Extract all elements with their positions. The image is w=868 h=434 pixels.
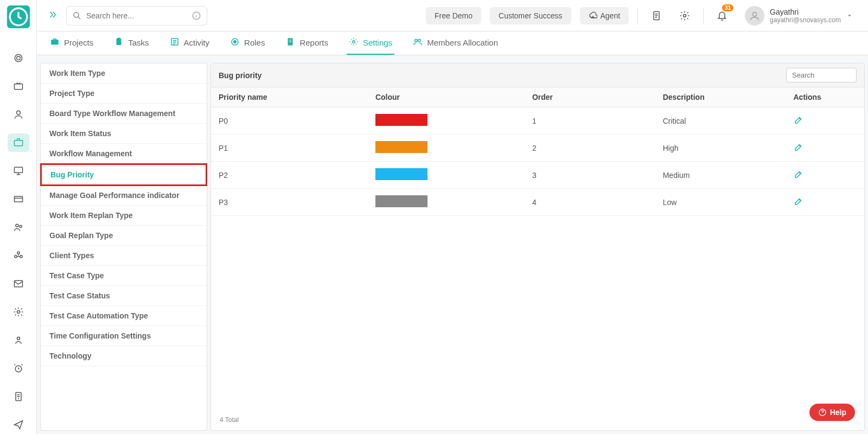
cell-colour <box>368 107 525 135</box>
rail-item-dashboard[interactable] <box>8 49 29 67</box>
cell-name: P2 <box>211 162 368 189</box>
settings-item-test-case-automation-type[interactable]: Test Case Automation Type <box>41 306 207 326</box>
report-icon <box>285 37 295 47</box>
settings-item-test-case-type[interactable]: Test Case Type <box>41 266 207 286</box>
cell-actions <box>786 162 865 189</box>
rail-item-projects[interactable] <box>8 133 29 152</box>
settings-item-technology[interactable]: Technology <box>41 346 207 366</box>
settings-item-goal-replan-type[interactable]: Goal Replan Type <box>41 226 207 246</box>
cell-name: P0 <box>211 107 368 135</box>
tab-tasks[interactable]: Tasks <box>112 31 151 55</box>
rail-item-team[interactable] <box>8 246 29 265</box>
tv-icon <box>13 81 24 92</box>
color-swatch <box>375 168 427 180</box>
card-icon <box>13 194 24 205</box>
rail-item-send[interactable] <box>8 416 29 434</box>
col-colour: Colour <box>368 87 525 107</box>
settings-item-work-item-replan-type[interactable]: Work Item Replan Type <box>41 206 207 226</box>
rail-item-invoice[interactable] <box>8 387 29 406</box>
cell-description: Critical <box>655 107 786 135</box>
rail-item-mail[interactable] <box>8 275 29 293</box>
notifications-button[interactable]: 31 <box>712 6 732 25</box>
main-nav: Projects Tasks Activity Roles Reports Se… <box>37 31 868 55</box>
panel-search[interactable] <box>786 68 857 82</box>
app-logo[interactable] <box>7 5 30 28</box>
agent-button[interactable]: Agent <box>580 7 629 24</box>
svg-point-32 <box>418 40 421 42</box>
clipboard-icon <box>114 37 124 47</box>
customer-success-button[interactable]: Customer Success <box>490 7 571 24</box>
tab-label: Tasks <box>128 38 149 47</box>
edit-button[interactable] <box>794 142 803 152</box>
rail-item-user[interactable] <box>8 105 29 124</box>
tab-members-allocation[interactable]: Members Allocation <box>411 31 500 55</box>
content-area: Work Item TypeProject TypeBoard Type Wor… <box>37 55 868 434</box>
settings-item-bug-priority[interactable]: Bug Priority <box>40 163 207 186</box>
tab-activity[interactable]: Activity <box>168 31 212 55</box>
global-search-input[interactable] <box>86 11 187 20</box>
tab-roles[interactable]: Roles <box>228 31 267 55</box>
header-settings-button[interactable] <box>675 6 694 25</box>
tab-label: Reports <box>299 38 328 47</box>
rail-item-profile[interactable] <box>8 331 29 349</box>
document-button[interactable] <box>647 6 666 25</box>
rail-item-settings[interactable] <box>8 303 29 321</box>
settings-item-time-configuration-settings[interactable]: Time Configuration Settings <box>41 326 207 346</box>
settings-item-work-item-type[interactable]: Work Item Type <box>41 63 207 84</box>
panel-search-input[interactable] <box>786 68 857 82</box>
tab-reports[interactable]: Reports <box>283 31 330 55</box>
edit-button[interactable] <box>794 196 803 206</box>
settings-item-workflow-management[interactable]: Workflow Management <box>41 144 207 164</box>
svg-point-30 <box>353 41 355 43</box>
rail-item-people[interactable] <box>8 218 29 237</box>
svg-point-2 <box>16 56 20 60</box>
tab-label: Activity <box>184 38 210 47</box>
svg-point-12 <box>20 256 22 258</box>
color-swatch <box>375 141 427 153</box>
settings-item-test-case-status[interactable]: Test Case Status <box>41 286 207 306</box>
settings-item-client-types[interactable]: Client Types <box>41 246 207 266</box>
settings-item-board-type-workflow-management[interactable]: Board Type Workflow Management <box>41 104 207 124</box>
global-search[interactable] <box>66 6 207 25</box>
col-actions: Actions <box>786 87 865 107</box>
agent-label: Agent <box>601 11 621 20</box>
svg-point-27 <box>234 41 237 43</box>
cell-actions <box>786 135 865 162</box>
cell-order: 2 <box>525 135 655 162</box>
info-icon[interactable] <box>192 11 201 21</box>
chevron-down-icon <box>846 12 853 19</box>
user-name: Gayathri <box>770 8 841 16</box>
edit-button[interactable] <box>794 115 803 125</box>
help-label: Help <box>830 408 846 417</box>
tab-label: Settings <box>363 38 392 47</box>
user-menu[interactable]: Gayathri gayathri@snovasys.com <box>741 6 857 25</box>
tab-settings[interactable]: Settings <box>347 31 394 55</box>
settings-item-work-item-status[interactable]: Work Item Status <box>41 124 207 144</box>
chevrons-right-icon <box>48 10 58 20</box>
invoice-icon <box>13 391 24 402</box>
users-icon <box>13 222 24 233</box>
tab-label: Roles <box>244 38 265 47</box>
cell-description: Low <box>655 189 786 216</box>
user-email: gayathri@snovasys.com <box>770 16 841 24</box>
edit-icon <box>794 115 803 125</box>
priority-table: Priority name Colour Order Description A… <box>211 87 864 216</box>
svg-point-1 <box>15 54 22 61</box>
expand-sidebar-button[interactable] <box>48 10 58 22</box>
svg-point-14 <box>17 311 20 314</box>
col-order: Order <box>525 87 655 107</box>
cell-actions <box>786 189 865 216</box>
rail-item-time[interactable] <box>8 359 29 378</box>
rail-item-monitor[interactable] <box>8 77 29 95</box>
free-demo-button[interactable]: Free Demo <box>426 7 481 24</box>
settings-item-manage-goal-performance-indicator[interactable]: Manage Goal Performance indicator <box>41 186 207 206</box>
rail-item-desktop[interactable] <box>8 162 29 180</box>
cell-colour <box>368 135 525 162</box>
settings-item-project-type[interactable]: Project Type <box>41 84 207 104</box>
target-icon <box>13 53 24 63</box>
edit-button[interactable] <box>794 169 803 179</box>
tab-projects[interactable]: Projects <box>48 31 95 55</box>
help-button[interactable]: Help <box>809 404 855 421</box>
rail-item-card[interactable] <box>8 190 29 208</box>
settings-sidebar: Work Item TypeProject TypeBoard Type Wor… <box>40 63 207 431</box>
